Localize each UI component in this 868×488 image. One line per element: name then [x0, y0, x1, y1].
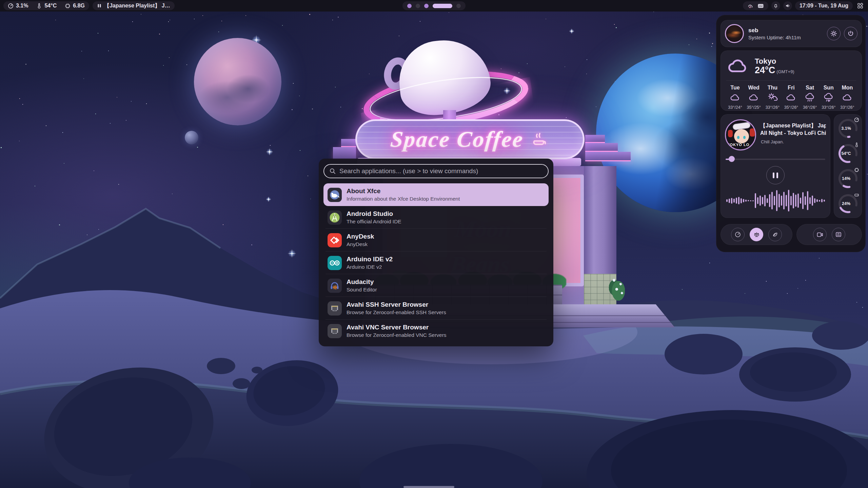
cloud-icon — [748, 92, 760, 104]
forecast-day-mon: Mon33°/26° — [839, 85, 856, 110]
app-icon — [328, 188, 342, 202]
play-pause-button[interactable] — [766, 166, 785, 184]
music-player-card: TOKYO LO 【Japanese Playlist】 Japan All N… — [721, 114, 830, 218]
small-moon — [185, 131, 198, 144]
workspace-dot-2[interactable] — [416, 4, 420, 8]
forecast-day-tue: Tue33°/24° — [726, 85, 744, 110]
progress-knob[interactable] — [729, 156, 735, 162]
storm-icon — [823, 92, 835, 104]
power-button[interactable] — [844, 27, 857, 40]
suncloud-icon — [766, 92, 778, 104]
screenshot-icon — [835, 231, 842, 238]
app-title: Arduino IDE v2 — [347, 256, 393, 263]
launcher-item-about-xfce[interactable]: About XfceInformation about the Xfce Des… — [323, 183, 549, 206]
gear-icon — [830, 30, 837, 37]
workspace-dot-5[interactable] — [456, 4, 461, 8]
screenshot-button[interactable] — [832, 228, 845, 241]
speaker-icon — [785, 3, 790, 8]
now-playing-pill[interactable]: 【Japanese Playlist】 J… — [93, 1, 175, 10]
app-title: Avahi VNC Server Browser — [347, 324, 447, 331]
top-bar: 3.1% 54°C 6.8G 【Japanese Playlist】 J… 17… — [0, 0, 868, 12]
app-title: Avahi SSH Server Browser — [347, 301, 446, 308]
volume-button[interactable] — [783, 1, 792, 10]
disk-icon — [854, 192, 859, 199]
floating-cup — [368, 42, 531, 130]
app-icon — [328, 279, 342, 293]
forecast-day-fri: Fri35°/26° — [782, 85, 800, 110]
workspace-dot-1[interactable] — [407, 4, 412, 8]
music-progress-bar[interactable] — [726, 156, 825, 162]
coffee-cup-icon — [530, 129, 549, 149]
dock-hint[interactable] — [403, 486, 454, 488]
workspace-indicator[interactable] — [402, 1, 466, 10]
app-subtitle: Browse for Zeroconf-enabled VNC Servers — [347, 332, 447, 338]
track-title-line2: All Night - Tokyo LoFi Chill… — [760, 129, 826, 137]
weather-city: Tokyo — [755, 57, 794, 65]
balanced-profile-button[interactable] — [750, 228, 763, 241]
rain-icon — [804, 92, 816, 104]
pause-icon — [97, 3, 102, 8]
performance-profile-button[interactable] — [731, 228, 745, 241]
workspace-dot-3[interactable] — [424, 4, 429, 8]
forecast-day-sat: Sat36°/26° — [801, 85, 819, 110]
workspace-dot-4[interactable] — [433, 4, 452, 8]
memory-icon — [65, 3, 71, 9]
weather-card: Tokyo 24°C(GMT+9) Tue33°/24°Wed35°/25°Th… — [721, 50, 862, 111]
cpu-usage: 3.1% — [16, 3, 28, 9]
system-stats-pill[interactable]: 3.1% 54°C 6.8G — [3, 1, 89, 10]
display-icon — [757, 3, 764, 9]
track-subtitle: Chill Japan. — [760, 139, 826, 144]
launcher-item-avahi-vnc-server-browser[interactable]: Avahi VNC Server BrowserBrowse for Zeroc… — [323, 320, 549, 342]
gauge-disk: 24% — [837, 193, 859, 214]
powersave-profile-button[interactable] — [768, 228, 782, 241]
launcher-search-input[interactable]: Search applications... (use > to view co… — [323, 164, 549, 178]
launcher-item-android-studio[interactable]: Android StudioThe official Android IDE — [323, 206, 549, 229]
launcher-item-anydesk[interactable]: AnyDeskAnyDesk — [323, 229, 549, 251]
launcher-item-arduino-ide-v2[interactable]: Arduino IDE v2Arduino IDE v2 — [323, 251, 549, 274]
network-icon — [747, 3, 753, 9]
settings-button[interactable] — [827, 27, 841, 40]
bell-icon — [773, 3, 778, 8]
weather-temp: 24°C — [755, 65, 775, 75]
cpu-temp: 54°C — [44, 3, 57, 9]
app-subtitle: Browse for Zeroconf-enabled SSH Servers — [347, 309, 446, 315]
launcher-item-audacity[interactable]: AudacitySound Editor — [323, 274, 549, 297]
utility-row — [796, 224, 862, 245]
search-placeholder: Search applications... (use > to view co… — [339, 167, 478, 175]
system-gauges-card: 3.1%54°C14%24% — [834, 114, 862, 218]
app-title: Android Studio — [347, 210, 401, 218]
forecast-day-wed: Wed35°/25° — [745, 85, 763, 110]
clock-label: 17:09 - Tue, 19 Aug — [800, 3, 848, 9]
app-icon — [328, 233, 342, 247]
cloud-icon — [785, 92, 797, 104]
cloud-icon — [729, 92, 741, 104]
app-title: Audacity — [347, 279, 377, 286]
screen-record-button[interactable] — [813, 228, 827, 241]
grid-icon — [857, 3, 863, 9]
space-coffee-sign: Space Coffee — [355, 119, 585, 159]
notifications-button[interactable] — [771, 1, 780, 10]
app-title: About Xfce — [347, 188, 460, 195]
clock-pill[interactable]: 17:09 - Tue, 19 Aug — [795, 1, 853, 10]
control-panel: seb System Uptime: 4h11m Tokyo 24°C(GMT+… — [716, 15, 866, 252]
app-grid-button[interactable] — [856, 1, 865, 10]
gauge-speedometer: 3.1% — [837, 118, 859, 139]
user-name: seb — [748, 27, 801, 34]
app-subtitle: Arduino IDE v2 — [347, 264, 393, 270]
user-card: seb System Uptime: 4h11m — [721, 20, 862, 47]
weather-timezone: (GMT+9) — [776, 69, 794, 74]
tray-pill[interactable] — [743, 1, 768, 10]
album-art: TOKYO LO — [725, 119, 756, 150]
app-title: AnyDesk — [347, 233, 374, 240]
app-icon — [328, 256, 342, 270]
launcher-item-avahi-ssh-server-browser[interactable]: Avahi SSH Server BrowserBrowse for Zeroc… — [323, 297, 549, 320]
weather-cloud-icon — [727, 58, 749, 74]
search-icon — [329, 168, 336, 175]
leaf-icon — [772, 231, 778, 238]
cpu-speedometer-icon — [8, 3, 14, 9]
power-profile-row — [721, 224, 792, 245]
gauge-chip: 14% — [837, 168, 859, 189]
app-subtitle: The official Android IDE — [347, 219, 401, 224]
avatar — [725, 24, 744, 43]
gauge-thermometer: 54°C — [837, 143, 859, 164]
